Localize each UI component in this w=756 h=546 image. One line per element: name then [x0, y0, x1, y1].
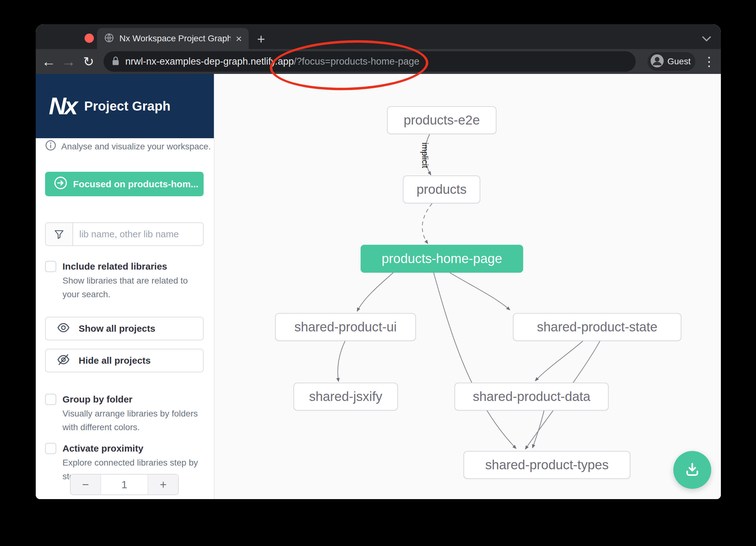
eye-off-icon: [57, 353, 70, 368]
stepper-decrement-button[interactable]: −: [71, 475, 101, 494]
browser-tab[interactable]: Nx Workspace Project Graph ×: [97, 28, 249, 49]
graph-node-shared-jsxify[interactable]: shared-jsxify: [293, 383, 398, 411]
download-graph-button[interactable]: [673, 451, 711, 489]
setting-include-related: Include related libraries Show libraries…: [45, 260, 207, 301]
setting-description: Show libraries that are related to your …: [62, 274, 206, 301]
show-all-projects-button[interactable]: Show all projects: [45, 317, 204, 340]
setting-description: Visually arrange libraries by folders wi…: [62, 407, 206, 434]
filter-input[interactable]: [73, 223, 204, 246]
edge-shared-product-ui-to-shared-jsxify: [338, 341, 345, 381]
sidebar: Nx Project Graph Analyse and visualize y…: [36, 74, 214, 499]
lock-icon: [112, 56, 120, 67]
stepper-increment-button[interactable]: +: [148, 475, 178, 494]
edge-products-home-page-to-shared-product-ui: [357, 273, 393, 311]
setting-label: Activate proximity: [62, 442, 206, 455]
chevron-down-icon[interactable]: [701, 35, 712, 44]
eye-icon: [57, 321, 70, 336]
url-text: nrwl-nx-examples-dep-graph.netlify.app/?…: [125, 56, 419, 67]
profile-button[interactable]: Guest: [648, 52, 695, 71]
hide-all-projects-label: Hide all projects: [79, 355, 151, 366]
edge-shared-product-data-to-shared-product-types: [532, 411, 544, 448]
edge-products-home-page-to-shared-product-state: [450, 273, 510, 310]
stepper-value: 1: [101, 475, 148, 494]
close-window-button[interactable]: [85, 34, 94, 43]
browser-window: Nx Workspace Project Graph × + ← → ↻ nrw…: [36, 24, 721, 499]
download-icon: [684, 461, 701, 479]
include-related-checkbox[interactable]: [45, 261, 56, 272]
arrow-right-circle-icon: [54, 176, 67, 192]
back-button[interactable]: ←: [39, 49, 58, 74]
tab-strip: Nx Workspace Project Graph × +: [36, 24, 721, 49]
hide-all-projects-button[interactable]: Hide all projects: [45, 349, 204, 372]
tab-close-icon[interactable]: ×: [236, 33, 242, 44]
avatar-icon: [651, 54, 664, 69]
nx-logo: Nx: [49, 92, 76, 120]
new-tab-button[interactable]: +: [257, 32, 265, 46]
tab-favicon-globe-icon: [104, 33, 114, 44]
url-path: /?focus=products-home-page: [294, 56, 419, 67]
edge-shared-product-state-to-shared-product-data: [535, 341, 583, 381]
project-graph-canvas[interactable]: implicit products-e2e products products-…: [214, 74, 721, 499]
funnel-icon: [46, 223, 73, 246]
graph-node-shared-product-data[interactable]: shared-product-data: [454, 383, 609, 411]
graph-node-products-e2e[interactable]: products-e2e: [387, 106, 496, 134]
setting-label: Group by folder: [62, 393, 206, 406]
filter-field: [45, 223, 204, 246]
app-title: Project Graph: [84, 99, 171, 114]
edge-products-home-page-to-shared-product-types: [434, 273, 516, 448]
reload-button[interactable]: ↻: [79, 49, 98, 74]
focused-button[interactable]: Focused on products-hom...: [45, 172, 204, 196]
browser-toolbar: ← → ↻ nrwl-nx-examples-dep-graph.netlify…: [36, 49, 721, 74]
page-content: Nx Project Graph Analyse and visualize y…: [36, 74, 721, 499]
url-domain: nrwl-nx-examples-dep-graph.netlify.app: [125, 56, 294, 67]
graph-node-shared-product-ui[interactable]: shared-product-ui: [275, 313, 416, 341]
group-by-folder-checkbox[interactable]: [45, 394, 56, 405]
tagline-row: Analyse and visualize your workspace.: [45, 140, 211, 153]
sidebar-header: Nx Project Graph: [36, 74, 214, 138]
show-all-projects-label: Show all projects: [79, 323, 155, 334]
tab-title: Nx Workspace Project Graph: [119, 34, 231, 44]
graph-node-products-home-page[interactable]: products-home-page: [361, 245, 523, 273]
graph-node-shared-product-state[interactable]: shared-product-state: [513, 313, 681, 341]
tagline-text: Analyse and visualize your workspace.: [61, 142, 211, 152]
proximity-depth-stepper: − 1 +: [70, 474, 179, 495]
graph-edges: implicit: [214, 74, 721, 499]
info-icon: [45, 140, 56, 153]
graph-node-products[interactable]: products: [403, 176, 480, 204]
setting-label: Include related libraries: [62, 260, 206, 273]
profile-label: Guest: [667, 57, 691, 67]
setting-group-by-folder: Group by folder Visually arrange librari…: [45, 393, 207, 434]
browser-menu-icon[interactable]: ⋮: [703, 53, 715, 70]
url-bar[interactable]: nrwl-nx-examples-dep-graph.netlify.app/?…: [104, 51, 636, 72]
focused-button-label: Focused on products-hom...: [73, 179, 198, 190]
graph-node-shared-product-types[interactable]: shared-product-types: [463, 451, 630, 479]
edge-label-implicit: implicit: [420, 143, 430, 168]
forward-button[interactable]: →: [59, 49, 78, 74]
edge-products-to-products-home-page: [422, 204, 432, 244]
activate-proximity-checkbox[interactable]: [45, 443, 56, 454]
